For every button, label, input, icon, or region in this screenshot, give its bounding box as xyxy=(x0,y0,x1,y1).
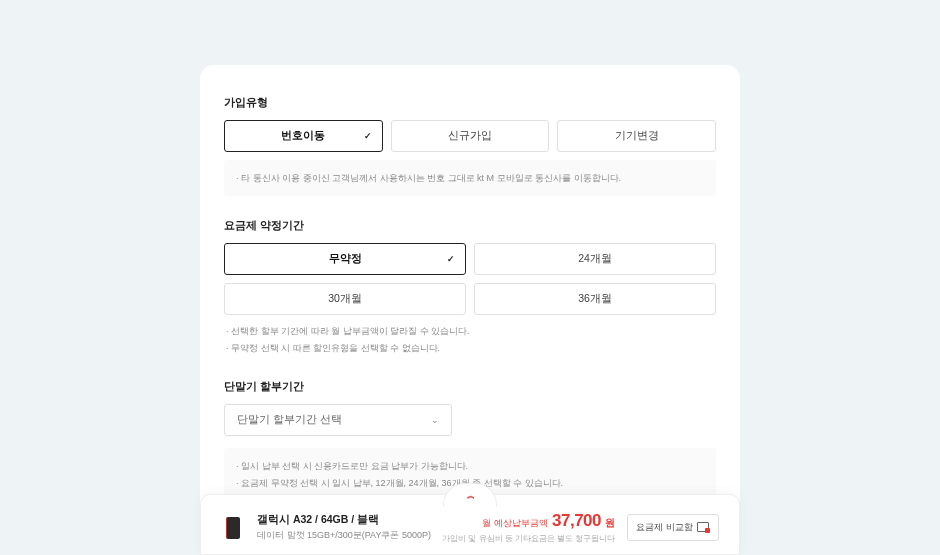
product-name: 갤럭시 A32 / 64GB / 블랙 xyxy=(257,513,442,527)
contract-options-row1: 무약정 ✓ 24개월 xyxy=(224,243,716,275)
contract-option-24[interactable]: 24개월 xyxy=(474,243,716,275)
price-note: 가입비 및 유심비 등 기타요금은 별도 청구됩니다 xyxy=(442,533,615,544)
subscription-title: 가입유형 xyxy=(224,95,716,110)
compare-plan-button[interactable]: 요금제 비교함 xyxy=(627,514,719,541)
plan-name: 데이터 맘껏 15GB+/300분(PAY쿠폰 5000P) xyxy=(257,529,442,542)
option-label: 36개월 xyxy=(578,292,612,306)
contract-options-row2: 30개월 36개월 xyxy=(224,283,716,315)
main-form-card: 가입유형 번호이동 ✓ 신규가입 기기변경 · 타 통신사 이용 중이신 고객님… xyxy=(200,65,740,555)
contract-notes: · 선택한 할부 기간에 따라 월 납부금액이 달라질 수 있습니다. · 무약… xyxy=(224,323,716,357)
product-thumbnail xyxy=(221,514,245,542)
select-placeholder: 단말기 할부기간 선택 xyxy=(237,413,342,427)
option-label: 신규가입 xyxy=(448,129,492,143)
chevron-up-icon: ︽ xyxy=(467,490,474,501)
contract-option-none[interactable]: 무약정 ✓ xyxy=(224,243,466,275)
product-info: 갤럭시 A32 / 64GB / 블랙 데이터 맘껏 15GB+/300분(PA… xyxy=(257,513,442,542)
bottom-summary-bar: ︽ 갤럭시 A32 / 64GB / 블랙 데이터 맘껏 15GB+/300분(… xyxy=(200,494,740,555)
option-label: 30개월 xyxy=(328,292,362,306)
option-label: 24개월 xyxy=(578,252,612,266)
contract-option-36[interactable]: 36개월 xyxy=(474,283,716,315)
price-amount: 37,700 xyxy=(552,511,601,530)
contract-title: 요금제 약정기간 xyxy=(224,218,716,233)
price-label: 월 예상납부금액 xyxy=(482,518,547,528)
compare-label: 요금제 비교함 xyxy=(636,521,693,534)
check-icon: ✓ xyxy=(364,131,372,141)
contract-option-30[interactable]: 30개월 xyxy=(224,283,466,315)
subscription-options: 번호이동 ✓ 신규가입 기기변경 xyxy=(224,120,716,152)
note-text: · 일시 납부 선택 시 신용카드로만 요금 납부가 가능합니다. xyxy=(236,458,704,474)
option-label: 번호이동 xyxy=(281,129,325,143)
price-unit: 원 xyxy=(605,517,615,528)
option-label: 무약정 xyxy=(329,252,362,266)
subscription-option-transfer[interactable]: 번호이동 ✓ xyxy=(224,120,383,152)
chevron-down-icon: ⌄ xyxy=(431,415,439,425)
subscription-note-box: · 타 통신사 이용 중이신 고객님께서 사용하시는 번호 그대로 kt M 모… xyxy=(224,160,716,196)
installment-title: 단말기 할부기간 xyxy=(224,379,716,394)
option-label: 기기변경 xyxy=(615,129,659,143)
price-block: 월 예상납부금액 37,700 원 가입비 및 유심비 등 기타요금은 별도 청… xyxy=(442,511,615,544)
check-icon: ✓ xyxy=(447,254,455,264)
installment-select[interactable]: 단말기 할부기간 선택 ⌄ xyxy=(224,404,452,436)
note-text: · 타 통신사 이용 중이신 고객님께서 사용하시는 번호 그대로 kt M 모… xyxy=(236,170,704,186)
compare-icon xyxy=(697,522,710,533)
phone-icon xyxy=(226,517,240,539)
subscription-option-change[interactable]: 기기변경 xyxy=(557,120,716,152)
subscription-option-new[interactable]: 신규가입 xyxy=(391,120,550,152)
